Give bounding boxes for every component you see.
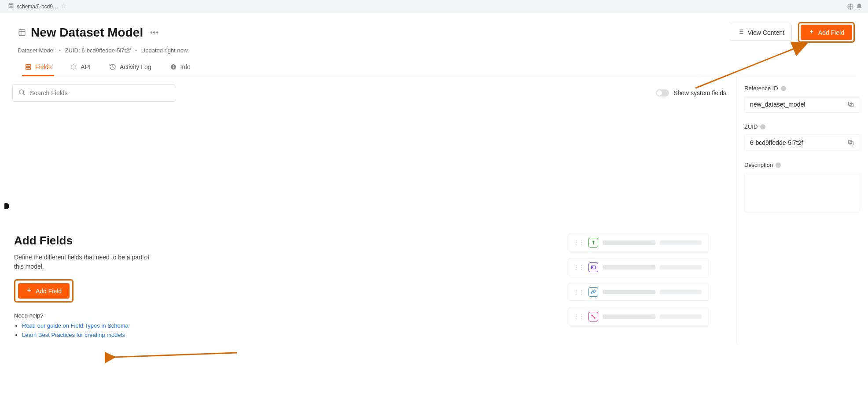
tab-fields[interactable]: Fields [22,63,54,76]
svg-rect-9 [592,266,596,269]
text-field-icon: T [588,238,598,248]
tab-activity-label: Activity Log [120,63,151,70]
topbar-tab[interactable]: schema/6-bcd9… [4,0,70,13]
page-title: New Dataset Model [31,26,143,40]
svg-point-11 [592,315,592,316]
tab-info[interactable]: Info [167,63,193,76]
need-help-label: Need help? [14,312,173,319]
copy-reference-id-button[interactable] [847,101,854,108]
add-field-highlight: Add Field [798,22,855,43]
info-icon[interactable] [781,86,786,91]
tabs: Fields API Activity Log Info [18,63,855,76]
meta-updated: Updated right now [141,47,188,54]
svg-point-12 [594,318,595,318]
topbar-tab-label: schema/6-bcd9… [17,4,58,10]
tab-api-label: API [81,63,91,70]
empty-description: Define the different fields that need to… [14,253,159,271]
svg-rect-2 [19,30,25,36]
view-content-label: View Content [748,29,784,36]
reference-id-label: Reference ID [744,85,778,92]
help-link-best-practices[interactable]: Learn Best Practices for creating models [22,332,125,338]
add-field-button-empty[interactable]: Add Field [18,283,70,299]
plus-icon [26,287,32,295]
dataset-icon [18,28,26,37]
description-box[interactable] [744,173,860,212]
info-icon[interactable] [760,124,765,129]
app-topbar: schema/6-bcd9… [0,0,868,13]
description-label: Description [744,162,773,168]
drag-handle-icon: ⋮⋮ [574,264,584,270]
more-actions-button[interactable]: ••• [147,29,162,37]
placeholder-row: ⋮⋮ [568,259,709,276]
tab-fields-label: Fields [35,63,51,70]
globe-icon[interactable] [846,2,855,11]
meta-zuid-label: ZUID: [65,47,80,54]
relationship-field-icon [588,312,598,321]
history-icon [109,63,116,70]
plus-icon [809,29,815,36]
help-link-field-types[interactable]: Read our guide on Field Types in Schema [22,322,129,329]
database-icon [8,3,14,10]
list-icon [737,28,744,37]
copy-zuid-button[interactable] [847,139,854,146]
drag-handle-icon: ⋮⋮ [574,240,584,246]
details-sidebar: Reference ID new_dataset_model ZUID 6-bc… [736,76,868,344]
placeholder-row: ⋮⋮ T [568,234,709,251]
drag-handle-icon: ⋮⋮ [574,314,584,320]
svg-line-13 [114,353,237,357]
zuid-value: 6-bcd9ffedde-5l7t2f [750,139,803,146]
pin-icon[interactable] [61,3,66,10]
add-field-button-top[interactable]: Add Field [801,25,852,40]
bell-icon[interactable] [855,2,864,11]
media-field-icon [588,262,598,272]
empty-title: Add Fields [14,234,173,248]
meta-type: Dataset Model [18,47,55,54]
svg-rect-4 [26,67,31,69]
svg-rect-7 [173,65,173,66]
add-field-label: Add Field [818,29,844,36]
search-icon [18,89,26,98]
view-content-button[interactable]: View Content [730,24,792,41]
field-rows-placeholder: ⋮⋮ T ⋮⋮ ⋮⋮ [568,234,709,332]
reference-id-value: new_dataset_model [750,101,805,108]
svg-point-0 [9,3,13,4]
drag-handle-icon: ⋮⋮ [574,289,584,295]
show-system-fields-label: Show system fields [673,89,726,96]
zuid-label: ZUID [744,123,758,130]
svg-point-8 [19,89,24,94]
svg-rect-3 [26,65,31,66]
placeholder-row: ⋮⋮ [568,283,709,301]
placeholder-row: ⋮⋮ [568,308,709,325]
tab-api[interactable]: API [67,63,93,76]
tab-info-label: Info [180,63,191,70]
search-fields-input[interactable] [30,89,169,96]
svg-rect-6 [173,66,173,69]
fields-icon [25,63,32,70]
show-system-fields-toggle[interactable] [656,89,669,96]
info-icon [170,63,177,70]
meta-zuid: 6-bcd9ffedde-5l7t2f [81,47,131,54]
info-icon[interactable] [776,163,781,168]
add-field-highlight-2: Add Field [14,279,74,303]
add-field-empty-label: Add Field [36,288,62,295]
search-fields-input-wrapper[interactable] [12,84,175,102]
tab-activity-log[interactable]: Activity Log [107,63,154,76]
api-icon [70,63,77,70]
meta-line: Dataset Model • ZUID: 6-bcd9ffedde-5l7t2… [18,47,855,54]
annotation-arrow-bottom [105,340,246,366]
svg-point-10 [592,267,593,268]
link-field-icon [588,287,598,297]
